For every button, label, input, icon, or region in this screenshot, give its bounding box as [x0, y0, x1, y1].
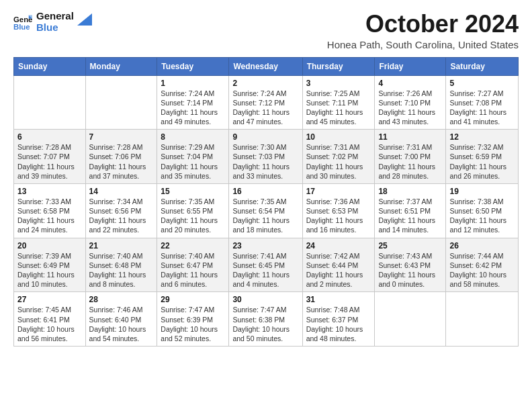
day-cell: 31Sunrise: 7:48 AMSunset: 6:37 PMDayligh… — [302, 292, 375, 347]
header-row: Sunday Monday Tuesday Wednesday Thursday… — [14, 57, 519, 75]
col-wednesday: Wednesday — [229, 57, 302, 75]
day-cell: 15Sunrise: 7:35 AMSunset: 6:55 PMDayligh… — [157, 183, 229, 238]
day-cell: 25Sunrise: 7:43 AMSunset: 6:43 PMDayligh… — [375, 238, 446, 292]
day-info: Sunrise: 7:43 AMSunset: 6:43 PMDaylight:… — [378, 251, 442, 289]
day-cell: 19Sunrise: 7:38 AMSunset: 6:50 PMDayligh… — [446, 183, 519, 238]
day-number: 9 — [232, 132, 298, 142]
day-info: Sunrise: 7:48 AMSunset: 6:37 PMDaylight:… — [306, 305, 371, 343]
day-number: 30 — [232, 295, 298, 304]
day-number: 31 — [306, 295, 371, 304]
day-number: 28 — [89, 295, 154, 304]
week-row-1: 1Sunrise: 7:24 AMSunset: 7:14 PMDaylight… — [14, 75, 519, 130]
day-info: Sunrise: 7:33 AMSunset: 6:58 PMDaylight:… — [17, 197, 82, 235]
day-number: 19 — [449, 187, 515, 196]
day-info: Sunrise: 7:31 AMSunset: 7:02 PMDaylight:… — [306, 142, 371, 181]
day-info: Sunrise: 7:28 AMSunset: 7:07 PMDaylight:… — [17, 142, 82, 181]
header: General Blue General Blue October 2024 H… — [13, 11, 519, 50]
day-cell: 17Sunrise: 7:36 AMSunset: 6:53 PMDayligh… — [302, 183, 375, 238]
day-number: 24 — [306, 241, 371, 250]
day-info: Sunrise: 7:26 AMSunset: 7:10 PMDaylight:… — [378, 89, 442, 127]
col-monday: Monday — [85, 57, 157, 75]
week-row-4: 20Sunrise: 7:39 AMSunset: 6:49 PMDayligh… — [14, 238, 519, 292]
day-cell: 30Sunrise: 7:47 AMSunset: 6:38 PMDayligh… — [229, 292, 302, 347]
day-number: 7 — [89, 132, 154, 142]
day-info: Sunrise: 7:42 AMSunset: 6:44 PMDaylight:… — [306, 251, 371, 289]
day-cell: 6Sunrise: 7:28 AMSunset: 7:07 PMDaylight… — [14, 130, 86, 184]
day-number: 6 — [17, 132, 82, 142]
day-info: Sunrise: 7:24 AMSunset: 7:14 PMDaylight:… — [161, 89, 225, 127]
day-info: Sunrise: 7:40 AMSunset: 6:48 PMDaylight:… — [89, 251, 154, 289]
day-info: Sunrise: 7:38 AMSunset: 6:50 PMDaylight:… — [449, 197, 515, 235]
day-info: Sunrise: 7:45 AMSunset: 6:41 PMDaylight:… — [17, 305, 82, 343]
calendar-header: Sunday Monday Tuesday Wednesday Thursday… — [14, 57, 519, 75]
day-cell: 8Sunrise: 7:29 AMSunset: 7:04 PMDaylight… — [157, 130, 229, 184]
day-cell: 10Sunrise: 7:31 AMSunset: 7:02 PMDayligh… — [302, 130, 375, 184]
day-cell: 12Sunrise: 7:32 AMSunset: 6:59 PMDayligh… — [446, 130, 519, 184]
calendar-table: Sunday Monday Tuesday Wednesday Thursday… — [13, 57, 519, 347]
day-cell: 18Sunrise: 7:37 AMSunset: 6:51 PMDayligh… — [375, 183, 446, 238]
logo: General Blue General Blue — [13, 11, 92, 33]
day-info: Sunrise: 7:29 AMSunset: 7:04 PMDaylight:… — [161, 142, 225, 181]
week-row-5: 27Sunrise: 7:45 AMSunset: 6:41 PMDayligh… — [14, 292, 519, 347]
col-sunday: Sunday — [14, 57, 86, 75]
day-cell: 4Sunrise: 7:26 AMSunset: 7:10 PMDaylight… — [375, 75, 446, 130]
week-row-2: 6Sunrise: 7:28 AMSunset: 7:07 PMDaylight… — [14, 130, 519, 184]
day-number: 4 — [378, 79, 442, 88]
col-thursday: Thursday — [302, 57, 375, 75]
day-cell — [375, 292, 446, 347]
day-number: 16 — [232, 187, 298, 196]
location-subtitle: Honea Path, South Carolina, United State… — [327, 39, 519, 50]
day-number: 2 — [232, 79, 298, 88]
day-number: 22 — [161, 241, 225, 250]
day-cell: 2Sunrise: 7:24 AMSunset: 7:12 PMDaylight… — [229, 75, 302, 130]
day-cell: 9Sunrise: 7:30 AMSunset: 7:03 PMDaylight… — [229, 130, 302, 184]
day-info: Sunrise: 7:24 AMSunset: 7:12 PMDaylight:… — [232, 89, 298, 127]
day-number: 11 — [378, 132, 442, 142]
day-cell: 3Sunrise: 7:25 AMSunset: 7:11 PMDaylight… — [302, 75, 375, 130]
day-info: Sunrise: 7:46 AMSunset: 6:40 PMDaylight:… — [89, 305, 154, 343]
page: General Blue General Blue October 2024 H… — [0, 0, 532, 357]
svg-marker-4 — [77, 13, 92, 26]
day-cell — [14, 75, 86, 130]
day-number: 17 — [306, 187, 371, 196]
day-number: 14 — [89, 187, 154, 196]
day-cell: 22Sunrise: 7:40 AMSunset: 6:47 PMDayligh… — [157, 238, 229, 292]
day-number: 18 — [378, 187, 442, 196]
day-number: 23 — [232, 241, 298, 250]
day-cell: 13Sunrise: 7:33 AMSunset: 6:58 PMDayligh… — [14, 183, 86, 238]
day-info: Sunrise: 7:30 AMSunset: 7:03 PMDaylight:… — [232, 142, 298, 181]
day-cell: 28Sunrise: 7:46 AMSunset: 6:40 PMDayligh… — [85, 292, 157, 347]
col-friday: Friday — [375, 57, 446, 75]
day-cell: 23Sunrise: 7:41 AMSunset: 6:45 PMDayligh… — [229, 238, 302, 292]
day-cell: 7Sunrise: 7:28 AMSunset: 7:06 PMDaylight… — [85, 130, 157, 184]
day-info: Sunrise: 7:35 AMSunset: 6:54 PMDaylight:… — [232, 197, 298, 235]
logo-line1: General — [36, 11, 74, 22]
day-info: Sunrise: 7:47 AMSunset: 6:38 PMDaylight:… — [232, 305, 298, 343]
day-cell: 5Sunrise: 7:27 AMSunset: 7:08 PMDaylight… — [446, 75, 519, 130]
day-number: 27 — [17, 295, 82, 304]
day-cell: 1Sunrise: 7:24 AMSunset: 7:14 PMDaylight… — [157, 75, 229, 130]
day-info: Sunrise: 7:25 AMSunset: 7:11 PMDaylight:… — [306, 89, 371, 127]
day-info: Sunrise: 7:40 AMSunset: 6:47 PMDaylight:… — [161, 251, 225, 289]
svg-text:Blue: Blue — [13, 23, 30, 31]
logo-line2: Blue — [36, 22, 74, 34]
day-info: Sunrise: 7:27 AMSunset: 7:08 PMDaylight:… — [449, 89, 515, 127]
day-cell: 24Sunrise: 7:42 AMSunset: 6:44 PMDayligh… — [302, 238, 375, 292]
day-info: Sunrise: 7:39 AMSunset: 6:49 PMDaylight:… — [17, 251, 82, 289]
day-cell: 27Sunrise: 7:45 AMSunset: 6:41 PMDayligh… — [14, 292, 86, 347]
day-number: 1 — [161, 79, 225, 88]
day-cell: 16Sunrise: 7:35 AMSunset: 6:54 PMDayligh… — [229, 183, 302, 238]
col-tuesday: Tuesday — [157, 57, 229, 75]
day-number: 15 — [161, 187, 225, 196]
day-number: 5 — [449, 79, 515, 88]
day-number: 25 — [378, 241, 442, 250]
day-info: Sunrise: 7:36 AMSunset: 6:53 PMDaylight:… — [306, 197, 371, 235]
day-number: 8 — [161, 132, 225, 142]
day-cell — [446, 292, 519, 347]
day-cell: 14Sunrise: 7:34 AMSunset: 6:56 PMDayligh… — [85, 183, 157, 238]
day-info: Sunrise: 7:34 AMSunset: 6:56 PMDaylight:… — [89, 197, 154, 235]
day-info: Sunrise: 7:47 AMSunset: 6:39 PMDaylight:… — [161, 305, 225, 343]
day-cell: 11Sunrise: 7:31 AMSunset: 7:00 PMDayligh… — [375, 130, 446, 184]
day-number: 10 — [306, 132, 371, 142]
day-info: Sunrise: 7:37 AMSunset: 6:51 PMDaylight:… — [378, 197, 442, 235]
